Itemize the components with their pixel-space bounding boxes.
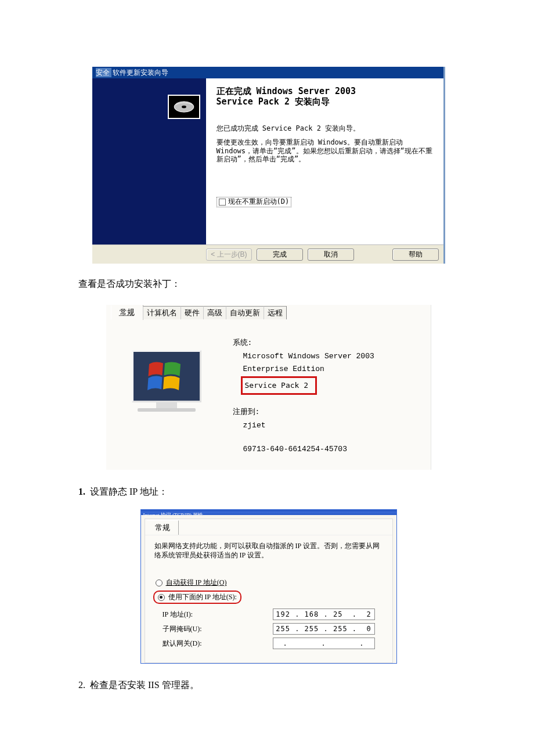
disc-icon [168,95,200,119]
subnet-mask-label: 子网掩码(U): [163,624,273,634]
help-button[interactable]: 帮助 [392,249,439,261]
wizard-sidebar [92,78,206,244]
wizard-titlebar-prefix: 安全 [96,68,111,77]
tab-general[interactable]: 常规 [111,305,143,320]
update-wizard-dialog: 安全软件更新安装向导 正在完成 Windows Server 2003 Serv… [92,67,445,264]
tab-remote[interactable]: 远程 [264,306,287,319]
radio-auto-icon [156,579,163,586]
wizard-success-text: 您已成功完成 Service Pack 2 安装向导。 [217,125,433,133]
system-properties-dialog: 常规 计算机名 硬件 高级 自动更新 远程 [106,305,431,470]
registered-user: zjiet [233,419,413,432]
radio-manual-icon [158,594,165,601]
ip-description: 如果网络支持此功能，则可以获取自动指派的 IP 设置。否则，您需要从网络系统管理… [154,541,383,560]
tcpip-properties-dialog: Internet 协议 (TCP/IP) 属性 常规 如果网络支持此功能，则可以… [141,510,396,663]
wizard-titlebar-text: 软件更新安装向导 [113,69,168,77]
radio-auto-ip[interactable]: 自动获得 IP 地址(O) [156,577,383,588]
tab-auto-update[interactable]: 自动更新 [226,306,264,319]
tab-hardware[interactable]: 硬件 [181,306,204,319]
system-label: 系统: [233,336,413,349]
step1-text: 1. 设置静态 IP 地址： [78,486,459,498]
service-pack-highlight: Service Pack 2 [241,376,317,395]
wizard-subheading: Service Pack 2 安装向导 [217,97,433,107]
no-restart-label: 现在不重新启动(D) [228,198,290,206]
ip-tab-general[interactable]: 常规 [147,520,179,535]
os-name: Microsoft Windows Server 2003 [233,350,413,363]
step2-label: 检查是否安装 IIS 管理器。 [90,680,199,690]
os-edition: Enterprise Edition [233,363,413,376]
finish-button[interactable]: 完成 [257,249,303,261]
check-patch-text: 查看是否成功安装补丁： [78,278,459,290]
wizard-heading: 正在完成 Windows Server 2003 [217,87,433,96]
product-id: 69713-640-6614254-45703 [233,443,413,456]
radio-manual-label: 使用下面的 IP 地址(S): [168,592,237,602]
registered-to-label: 注册到: [233,405,413,418]
no-restart-checkbox[interactable] [219,199,226,206]
back-button: < 上一步(B) [206,249,252,261]
radio-manual-ip[interactable]: 使用下面的 IP 地址(S): [153,591,241,604]
windows-logo-icon [147,359,186,394]
wizard-titlebar: 安全软件更新安装向导 [92,67,443,78]
no-restart-checkbox-row[interactable]: 现在不重新启动(D) [217,197,292,207]
default-gateway-label: 默认网关(D): [163,639,273,649]
subnet-mask-input[interactable] [273,623,375,635]
step1-label: 设置静态 IP 地址： [90,487,168,496]
tab-computer-name[interactable]: 计算机名 [143,306,181,319]
system-tabs: 常规 计算机名 硬件 高级 自动更新 远程 [106,305,431,320]
ip-address-input[interactable] [273,609,375,620]
ip-address-label: IP 地址(I): [163,610,273,620]
default-gateway-input[interactable] [273,638,375,649]
svg-point-1 [182,106,186,109]
step2-text: 2. 检查是否安装 IIS 管理器。 [78,679,459,692]
wizard-restart-text: 要使更改生效，向导要重新启动 Windows。要自动重新启动 Windows，请… [217,138,433,163]
radio-auto-label: 自动获得 IP 地址(O) [166,578,227,588]
tab-advanced[interactable]: 高级 [203,306,226,319]
wizard-footer: < 上一步(B) 完成 取消 帮助 [92,244,443,264]
cancel-button[interactable]: 取消 [308,249,354,261]
ip-titlebar: Internet 协议 (TCP/IP) 属性 [141,512,396,515]
computer-icon [124,350,210,456]
